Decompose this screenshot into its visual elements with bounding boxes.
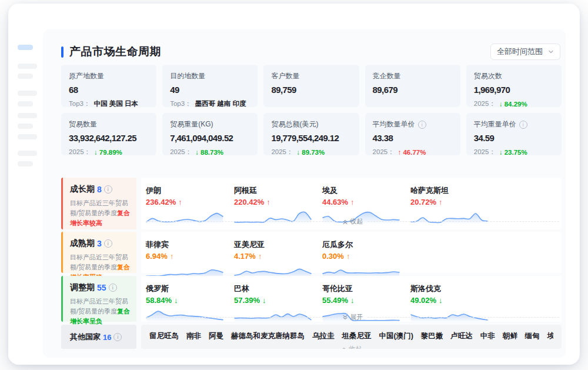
stat-card-customer-count: 客户数量 89,759 (263, 65, 359, 107)
country-card[interactable]: 菲律宾 6.94%↑ (146, 232, 234, 278)
trend-up-icon: ↑ (170, 252, 174, 261)
trend-down-icon: ↓ (439, 296, 443, 305)
stat-value: 89,679 (373, 85, 453, 95)
double-chevron-up-icon (341, 346, 347, 349)
trend-down-icon: ↓ (499, 101, 503, 108)
info-icon[interactable] (104, 239, 112, 248)
stat-card-avg-weight-price: 平均重量单价 34.59 2025：↓23.75% (466, 113, 562, 155)
stat-value: 89,759 (271, 85, 351, 95)
sidebar-item[interactable] (18, 124, 33, 129)
page-title: 产品市场生命周期 (69, 44, 161, 59)
section-mature: 成熟期3 目标产品近三年贸易额/贸易量的季度复合增长率平稳 菲律宾 6.94%↑… (61, 232, 562, 273)
trend-up-icon: ↑ (258, 252, 262, 261)
stat-value: 43.38 (373, 133, 453, 143)
sidebar-item[interactable] (18, 161, 33, 166)
time-range-value: 全部时间范围 (497, 46, 543, 57)
sidebar-item[interactable] (18, 101, 33, 106)
other-countries-list: 留尼旺岛南非阿曼赫德岛和麦克唐纳群岛乌拉圭坦桑尼亚中国(澳门)黎巴嫩卢旺达中非朝… (149, 331, 553, 341)
section-other-label: 其他国家16 (61, 325, 136, 349)
trend-down-icon: ↓ (499, 149, 503, 156)
lifecycle-sections: 成长期8 目标产品近三年贸易额/贸易量的季度复合增长率较高 伊朗 236.42%… (61, 178, 562, 349)
stat-card-competitor-count: 竞企数量 89,679 (365, 65, 460, 107)
time-range-select[interactable]: 全部时间范围 (490, 44, 560, 60)
trend-up-icon: ↑ (350, 198, 355, 206)
trend-down-icon: ↓ (195, 149, 199, 156)
trend-up-icon: ↑ (346, 252, 350, 261)
sidebar-item[interactable] (18, 113, 37, 118)
double-chevron-down-icon (342, 315, 348, 321)
section-growth: 成长期8 目标产品近三年贸易额/贸易量的季度复合增长率较高 伊朗 236.42%… (61, 178, 562, 229)
trend-down-icon: ↓ (296, 149, 300, 156)
trend-down-icon: ↓ (262, 296, 266, 305)
main-panel: 产品市场生命周期 全部时间范围 原产地数量 68 Top3：中国 美国 日本 目… (43, 29, 566, 358)
trend-down-icon: ↓ (174, 296, 178, 305)
stat-value: 49 (170, 85, 250, 95)
country-card[interactable]: 亚美尼亚 4.17%↑ (234, 232, 322, 278)
country-card[interactable]: 厄瓜多尔 0.30%↑ (322, 232, 410, 278)
section-growth-label: 成长期8 目标产品近三年贸易额/贸易量的季度复合增长率较高 (61, 178, 136, 229)
sidebar-item[interactable] (18, 64, 37, 69)
stat-card-destination-count: 目的地数量 49 Top3：墨西哥 越南 印度 (162, 65, 258, 107)
app-window: 产品市场生命周期 全部时间范围 原产地数量 68 Top3：中国 美国 日本 目… (8, 4, 580, 365)
double-chevron-up-icon (342, 219, 348, 225)
info-icon[interactable] (104, 185, 112, 194)
info-icon[interactable] (109, 284, 117, 292)
section-adjust: 调整期55 目标产品近三年贸易额/贸易量的季度复合增长率呈负 俄罗斯 58.84… (61, 276, 562, 322)
trend-down-icon: ↓ (94, 149, 98, 156)
trend-down-icon: ↓ (350, 296, 355, 305)
stat-card-trade-amount: 贸易总额(美元) 19,779,554,249.12 2025：↓89.73% (263, 113, 359, 155)
info-icon[interactable] (113, 333, 122, 341)
stat-value: 7,461,094,049.52 (170, 133, 250, 143)
stat-value: 33,932,642,127.25 (69, 133, 149, 143)
stat-card-trade-quantity: 贸易数量 33,932,642,127.25 2025：↓79.89% (61, 113, 156, 155)
sidebar (8, 4, 43, 365)
page-header: 产品市场生命周期 全部时间范围 (61, 44, 562, 60)
stat-card-trade-weight: 贸易重量(KG) 7,461,094,049.52 2025：↓88.73% (162, 113, 258, 155)
trend-up-icon: ↑ (266, 198, 270, 206)
stats-grid: 原产地数量 68 Top3：中国 美国 日本 目的地数量 49 Top3：墨西哥… (61, 65, 562, 155)
sidebar-item[interactable] (18, 91, 37, 96)
section-adjust-label: 调整期55 目标产品近三年贸易额/贸易量的季度复合增长率呈负 (61, 276, 136, 322)
info-icon[interactable] (418, 121, 426, 129)
stat-value: 1,969,970 (474, 85, 554, 95)
sidebar-item[interactable] (18, 74, 33, 79)
stat-value: 19,779,554,249.12 (271, 133, 351, 143)
section-mature-label: 成熟期3 目标产品近三年贸易额/贸易量的季度复合增长率平稳 (61, 232, 136, 273)
sidebar-item[interactable] (18, 134, 37, 139)
sidebar-item-active[interactable] (18, 45, 33, 50)
trend-up-icon: ↑ (439, 198, 443, 206)
section-other-countries: 其他国家16 留尼旺岛南非阿曼赫德岛和麦克唐纳群岛乌拉圭坦桑尼亚中国(澳门)黎巴… (61, 325, 562, 349)
sidebar-item[interactable] (18, 151, 37, 156)
chevron-down-icon (548, 49, 554, 55)
collapse-toggle[interactable]: 收起 (141, 345, 562, 349)
expand-toggle[interactable]: 展开 (146, 313, 559, 322)
stat-value: 34.59 (474, 133, 554, 143)
trend-up-icon: ↑ (178, 198, 182, 206)
collapse-toggle[interactable]: 收起 (146, 217, 559, 226)
title-accent-bar (61, 46, 64, 58)
stat-card-trade-count: 贸易次数 1,969,970 2025：↓84.29% (466, 65, 562, 107)
stat-value: 68 (69, 85, 149, 95)
trend-up-icon: ↑ (398, 149, 402, 156)
stat-card-origin-count: 原产地数量 68 Top3：中国 美国 日本 (61, 65, 156, 107)
stat-card-avg-qty-price: 平均数量单价 43.38 2025：↑46.77% (365, 113, 460, 155)
info-icon[interactable] (519, 121, 527, 129)
